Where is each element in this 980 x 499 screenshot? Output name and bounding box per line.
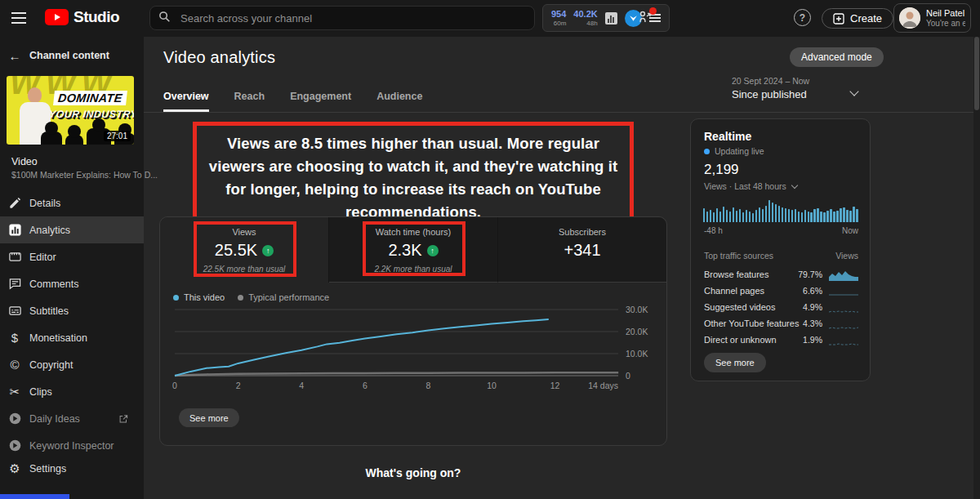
metric-card-views[interactable]: Views25.5K↑22.5K more than usual — [160, 217, 329, 283]
svg-text:10: 10 — [487, 381, 497, 390]
traffic-source-row-browse-features[interactable]: Browse features79.7% — [704, 266, 858, 283]
youtube-logo-icon — [45, 9, 69, 25]
realtime-bar — [739, 209, 741, 222]
sidebar-item-label: Monetisation — [29, 332, 87, 344]
notification-badge — [649, 7, 657, 15]
subtitles-icon — [0, 304, 29, 318]
scissors-icon: ✂ — [0, 385, 29, 398]
sidebar-nav: DetailsAnalyticsEditorCommentsSubtitles$… — [0, 189, 144, 499]
see-more-button[interactable]: See more — [179, 408, 239, 427]
svg-text:0: 0 — [172, 381, 177, 390]
sidebar-item-details[interactable]: Details — [0, 189, 144, 216]
realtime-bar — [755, 210, 757, 222]
realtime-bar — [795, 209, 796, 222]
realtime-bar — [849, 211, 851, 222]
realtime-bar — [710, 210, 711, 222]
svg-text:6: 6 — [363, 381, 368, 390]
realtime-bar — [765, 206, 767, 222]
metric-card-watch-time-hours[interactable]: Watch time (hours)2.3K↑2.2K more than us… — [329, 217, 498, 283]
create-button[interactable]: Create — [822, 8, 893, 29]
traffic-source-label: Browse features — [704, 270, 795, 279]
search-bar[interactable] — [149, 6, 535, 30]
realtime-bar — [808, 212, 809, 222]
metric-value: 2.3K↑ — [329, 241, 497, 260]
sidebar-item-monetisation[interactable]: $Monetisation — [0, 324, 144, 351]
realtime-bar — [820, 212, 822, 222]
realtime-bar — [823, 212, 825, 222]
video-thumbnail[interactable]: WWW DOMINATE YOUR INDUSTRY 27:01 — [7, 76, 134, 145]
svg-text:10.0K: 10.0K — [626, 349, 648, 359]
sidebar-item-daily-ideas[interactable]: Daily Ideas — [0, 405, 144, 432]
tab-engagement[interactable]: Engagement — [290, 84, 351, 112]
realtime-bar — [713, 212, 715, 222]
metric-label: Watch time (hours) — [329, 227, 497, 237]
sidebar-item-copyright[interactable]: ©Copyright — [0, 351, 144, 378]
metric-card-subscribers[interactable]: Subscribers+341 — [498, 217, 666, 283]
tab-reach[interactable]: Reach — [234, 84, 265, 112]
sidebar-item-label: Settings — [29, 463, 66, 474]
search-input[interactable] — [180, 12, 526, 25]
svg-text:14 days: 14 days — [588, 381, 618, 390]
insight-text: Views are 8.5 times higher than usual. M… — [207, 132, 620, 224]
traffic-source-row-suggested-videos[interactable]: Suggested videos4.9% — [704, 299, 858, 315]
realtime-bar — [719, 212, 721, 222]
traffic-sparkline-icon — [829, 270, 858, 279]
realtime-bar — [752, 213, 754, 222]
updating-live-row: Updating live — [704, 146, 764, 156]
sidebar-item-editor[interactable]: Editor — [0, 243, 144, 270]
sidebar-item-label: Clips — [29, 386, 52, 398]
sidebar-item-subtitles[interactable]: Subtitles — [0, 297, 144, 324]
performance-card: Views25.5K↑22.5K more than usualWatch ti… — [159, 216, 667, 446]
share-extension-icon[interactable] — [637, 10, 655, 28]
legend-this-video[interactable]: This video — [173, 292, 225, 302]
profile-chip[interactable]: Neil Patel You're an editor — [893, 3, 971, 33]
scrollbar-thumb[interactable] — [974, 37, 979, 110]
traffic-source-row-other-youtube-features[interactable]: Other YouTube features4.3% — [704, 315, 858, 332]
sidebar-item-label: Comments — [29, 278, 78, 290]
realtime-bar — [826, 211, 828, 222]
create-icon — [833, 13, 844, 25]
help-icon[interactable]: ? — [794, 9, 811, 26]
sidebar-item-label: Analytics — [29, 225, 70, 236]
sidebar: ← Channel content WWW DOMINATE YOUR INDU… — [0, 37, 144, 499]
editor-icon — [0, 250, 29, 264]
date-range-text: 20 Sept 2024 – Now — [732, 76, 871, 86]
sidebar-item-comments[interactable]: Comments — [0, 270, 144, 297]
svg-text:12: 12 — [550, 381, 560, 390]
realtime-bar — [775, 204, 777, 222]
youtube-studio-logo[interactable]: Studio — [45, 8, 119, 26]
sidebar-item-settings[interactable]: ⚙Settings — [0, 455, 144, 482]
tab-overview[interactable]: Overview — [163, 84, 209, 112]
legend-typical-performance[interactable]: Typical performance — [238, 292, 329, 302]
svg-text:4: 4 — [299, 381, 304, 390]
advanced-mode-button[interactable]: Advanced mode — [790, 47, 884, 67]
gear-icon: ⚙ — [0, 462, 29, 474]
realtime-bar — [726, 210, 728, 222]
date-range-selector[interactable]: 20 Sept 2024 – Now Since published — [732, 76, 871, 100]
metric-value: 25.5K↑ — [160, 241, 328, 260]
realtime-bar — [782, 207, 783, 222]
realtime-bar — [840, 208, 841, 222]
realtime-bar — [833, 212, 835, 222]
bottom-blue-strip — [0, 494, 69, 499]
realtime-bar — [788, 209, 790, 222]
tab-audience[interactable]: Audience — [376, 84, 422, 112]
sidebar-item-label: Details — [29, 198, 60, 209]
realtime-views-count: 2,199 — [704, 162, 739, 178]
menu-icon[interactable] — [11, 12, 26, 24]
see-more-button[interactable]: See more — [704, 353, 766, 372]
realtime-bar — [836, 211, 838, 222]
sidebar-item-analytics[interactable]: Analytics — [0, 216, 144, 243]
copyright-icon: © — [0, 359, 29, 371]
realtime-bar — [856, 209, 858, 222]
chart-legend: This video Typical performance — [173, 292, 329, 302]
scrollbar[interactable] — [973, 37, 980, 499]
traffic-source-row-channel-pages[interactable]: Channel pages6.6% — [704, 283, 858, 299]
chevron-down-icon — [791, 181, 798, 188]
search-icon — [158, 11, 171, 26]
traffic-source-row-direct-or-unknown[interactable]: Direct or unknown1.9% — [704, 332, 858, 348]
realtime-views-selector[interactable]: Views · Last 48 hours — [704, 181, 797, 191]
realtime-bar — [843, 207, 844, 222]
back-to-channel-content[interactable]: ← Channel content — [0, 45, 144, 66]
sidebar-item-clips[interactable]: ✂Clips — [0, 378, 144, 405]
